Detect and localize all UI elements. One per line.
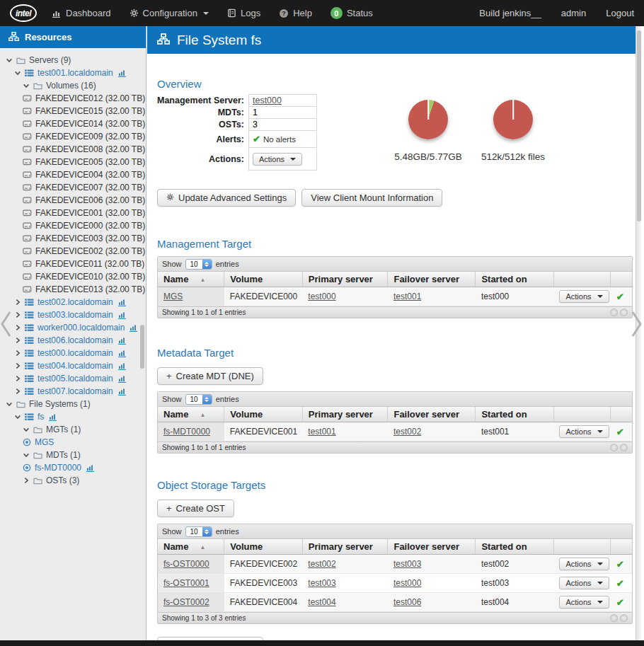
col-header-name[interactable]: Name▲ bbox=[158, 272, 224, 287]
mini-chart-icon[interactable] bbox=[118, 362, 127, 370]
tree-item-label[interactable]: test003.localdomain bbox=[38, 310, 113, 320]
overview-actions-button[interactable]: Actions bbox=[253, 153, 302, 166]
tree-item[interactable]: File Systems (1) bbox=[0, 398, 146, 410]
failover-server-link[interactable]: test000 bbox=[393, 578, 421, 588]
tree-item[interactable]: test007.localdomain bbox=[0, 385, 146, 398]
row-actions-button[interactable]: Actions bbox=[559, 425, 609, 438]
tree-item-label[interactable]: FAKEDEVICE008 (32.00 TB) bbox=[35, 144, 145, 154]
tree-item-label[interactable]: test005.localdomain bbox=[38, 374, 113, 383]
row-actions-button[interactable]: Actions bbox=[559, 558, 609, 570]
tree-item[interactable]: test000.localdomain bbox=[0, 347, 146, 359]
mini-chart-icon[interactable] bbox=[118, 311, 127, 319]
tree-item[interactable]: MDTs (1) bbox=[0, 449, 146, 461]
tree-item-label[interactable]: File Systems (1) bbox=[29, 399, 91, 409]
tree-item[interactable]: FAKEDEVICE011 (32.00 TB) bbox=[0, 258, 146, 270]
sidebar-scrollbar-thumb[interactable] bbox=[140, 325, 144, 369]
page-size-select[interactable]: 10 bbox=[185, 526, 212, 537]
pagination-next-button[interactable] bbox=[620, 614, 628, 622]
tree-item[interactable]: test001.localdomain bbox=[0, 67, 146, 79]
pagination-next-button[interactable] bbox=[620, 444, 628, 451]
primary-server-link[interactable]: test001 bbox=[308, 427, 335, 437]
tree-item[interactable]: FAKEDEVICE013 (32.00 TB) bbox=[0, 283, 146, 296]
update-advanced-settings-button[interactable]: Update Advanced Settings bbox=[157, 189, 296, 207]
pagination-prev-button[interactable] bbox=[610, 444, 618, 451]
pagination-next-button[interactable] bbox=[620, 308, 628, 316]
tree-item-label[interactable]: FAKEDEVICE010 (32.00 TB) bbox=[35, 272, 145, 282]
tree-chevron-icon[interactable] bbox=[23, 451, 30, 458]
mini-chart-icon[interactable] bbox=[130, 324, 138, 332]
tree-item[interactable]: FAKEDEVICE001 (32.00 TB) bbox=[0, 207, 146, 219]
tree-chevron-icon[interactable] bbox=[14, 69, 21, 76]
tree-item-label[interactable]: FAKEDEVICE015 (32.00 TB) bbox=[35, 106, 145, 116]
tree-item-label[interactable]: FAKEDEVICE000 (32.00 TB) bbox=[35, 221, 145, 231]
tree-item[interactable]: MGS bbox=[0, 436, 146, 449]
tree-item-label[interactable]: FAKEDEVICE002 (32.00 TB) bbox=[35, 246, 145, 256]
tree-item[interactable]: FAKEDEVICE002 (32.00 TB) bbox=[0, 245, 146, 258]
tree-item-label[interactable]: FAKEDEVICE012 (32.00 TB) bbox=[35, 93, 145, 103]
tree-item[interactable]: FAKEDEVICE006 (32.00 TB) bbox=[0, 194, 146, 207]
tree-chevron-icon[interactable] bbox=[14, 324, 21, 331]
mini-chart-icon[interactable] bbox=[118, 350, 127, 357]
tree-item-label[interactable]: MGTs (1) bbox=[46, 425, 81, 434]
tree-chevron-icon[interactable] bbox=[14, 350, 21, 357]
tree-chevron-icon[interactable] bbox=[14, 388, 21, 395]
mini-chart-icon[interactable] bbox=[118, 388, 127, 396]
tree-item-label[interactable]: FAKEDEVICE013 (32.00 TB) bbox=[35, 284, 145, 294]
pagination-prev-button[interactable] bbox=[610, 308, 618, 316]
target-name-link[interactable]: fs-MDT0000 bbox=[163, 427, 210, 437]
col-header-volume[interactable]: Volume bbox=[224, 272, 303, 287]
failover-server-link[interactable]: test001 bbox=[393, 292, 421, 301]
tree-item-label[interactable]: MDTs (1) bbox=[46, 450, 81, 460]
tree-chevron-icon[interactable] bbox=[14, 299, 21, 306]
target-name-link[interactable]: fs-OST0002 bbox=[163, 597, 209, 607]
mini-chart-icon[interactable] bbox=[118, 299, 127, 306]
tree-item[interactable]: FAKEDEVICE008 (32.00 TB) bbox=[0, 143, 146, 156]
tree-item-label[interactable]: Volumes (16) bbox=[46, 81, 96, 91]
tree-item[interactable]: Volumes (16) bbox=[0, 79, 146, 92]
tree-item-label[interactable]: FAKEDEVICE003 (32.00 TB) bbox=[35, 233, 145, 243]
mini-chart-icon[interactable] bbox=[118, 375, 127, 383]
page-size-select[interactable]: 10 bbox=[185, 394, 212, 405]
row-actions-button[interactable]: Actions bbox=[559, 290, 609, 303]
tree-item[interactable]: test004.localdomain bbox=[0, 359, 146, 372]
col-header-failover[interactable]: Failover server bbox=[388, 272, 476, 287]
col-header-primary[interactable]: Primary server bbox=[302, 272, 388, 287]
tree-item-label[interactable]: FAKEDEVICE006 (32.00 TB) bbox=[35, 195, 145, 205]
target-name-link[interactable]: MGS bbox=[163, 292, 183, 301]
nav-help[interactable]: ? Help bbox=[279, 8, 312, 18]
tree-chevron-icon[interactable] bbox=[14, 337, 21, 344]
tree-item-label[interactable]: MGS bbox=[35, 437, 54, 447]
col-header-primary[interactable]: Primary server bbox=[302, 539, 388, 555]
row-actions-button[interactable]: Actions bbox=[559, 577, 609, 589]
main-scrollbar-thumb[interactable] bbox=[637, 30, 641, 221]
tree-item[interactable]: FAKEDEVICE007 (32.00 TB) bbox=[0, 181, 146, 194]
tree-item-label[interactable]: test001.localdomain bbox=[38, 68, 113, 78]
nav-status[interactable]: 0 Status bbox=[330, 7, 373, 19]
management-server-link[interactable]: test000 bbox=[253, 96, 282, 105]
tree-item[interactable]: FAKEDEVICE015 (32.00 TB) bbox=[0, 105, 146, 117]
row-actions-button[interactable]: Actions bbox=[559, 596, 609, 608]
failover-server-link[interactable]: test002 bbox=[393, 427, 421, 437]
tree-item[interactable]: FAKEDEVICE005 (32.00 TB) bbox=[0, 156, 146, 168]
col-header-name[interactable]: Name▲ bbox=[158, 407, 224, 422]
tree-item-label[interactable]: FAKEDEVICE005 (32.00 TB) bbox=[35, 157, 145, 167]
tree-item-label[interactable]: test004.localdomain bbox=[38, 361, 113, 371]
tree-item[interactable]: Servers (9) bbox=[0, 54, 146, 67]
primary-server-link[interactable]: test004 bbox=[308, 597, 335, 607]
col-header-started[interactable]: Started on bbox=[476, 539, 554, 555]
tree-chevron-icon[interactable] bbox=[6, 400, 13, 408]
col-header-primary[interactable]: Primary server bbox=[302, 407, 388, 422]
tree-item[interactable]: MGTs (1) bbox=[0, 423, 146, 436]
tree-item[interactable]: test006.localdomain bbox=[0, 334, 146, 347]
tree-item[interactable]: FAKEDEVICE010 (32.00 TB) bbox=[0, 270, 146, 283]
tree-item[interactable]: FAKEDEVICE003 (32.00 TB) bbox=[0, 232, 146, 245]
tree-chevron-icon[interactable] bbox=[14, 413, 21, 420]
tree-item-label[interactable]: test002.localdomain bbox=[38, 297, 113, 307]
tree-item-label[interactable]: FAKEDEVICE014 (32.00 TB) bbox=[35, 119, 145, 129]
tree-chevron-icon[interactable] bbox=[23, 477, 30, 484]
col-header-started[interactable]: Started on bbox=[476, 272, 554, 287]
tree-item-label[interactable]: fs-MDT0000 bbox=[35, 463, 81, 473]
primary-server-link[interactable]: test003 bbox=[308, 578, 335, 588]
target-name-link[interactable]: fs-OST0000 bbox=[163, 559, 209, 569]
primary-server-link[interactable]: test000 bbox=[308, 292, 335, 301]
